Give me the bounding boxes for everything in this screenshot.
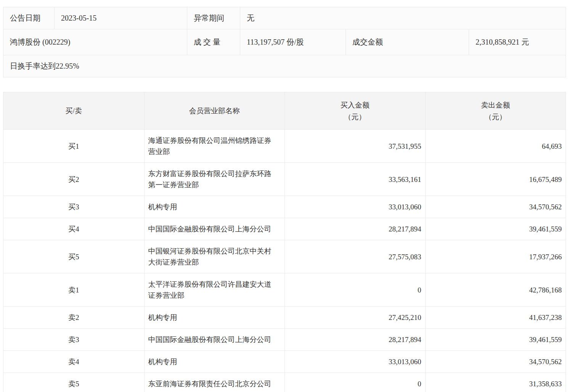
header-line: 买/卖 bbox=[66, 105, 82, 117]
side-cell: 卖5 bbox=[3, 373, 144, 392]
table-row: 卖1太平洋证券股份有限公司许昌建安大道证券营业部042,786,168 bbox=[3, 273, 566, 306]
broker-name-cell: 中国国际金融股份有限公司上海分公司 bbox=[144, 218, 285, 240]
table-row: 买2东方财富证券股份有限公司拉萨东环路第一证券营业部33,563,16116,6… bbox=[3, 162, 566, 196]
buy-amount-cell: 0 bbox=[284, 273, 425, 306]
column-header-sell-amount: 卖出金额（元） bbox=[425, 92, 566, 129]
buy-amount-cell: 33,563,161 bbox=[284, 163, 425, 196]
broker-name-cell: 海通证券股份有限公司温州锦绣路证券营业部 bbox=[144, 130, 285, 162]
volume-label: 成 交 量 bbox=[187, 29, 240, 55]
volume-value: 113,197,507 份/股 bbox=[240, 29, 346, 55]
side-cell: 买4 bbox=[3, 218, 144, 240]
table-row: 卖4机构专用33,013,06034,570,562 bbox=[3, 350, 566, 373]
page: 公告日期 2023-05-15 异常期间 无 鸿博股份 (002229) 成 交… bbox=[0, 0, 569, 392]
buy-amount-cell: 37,531,955 bbox=[284, 130, 425, 162]
side-cell: 买3 bbox=[3, 196, 144, 218]
broker-name-cell: 机构专用 bbox=[144, 307, 285, 328]
side-cell: 卖1 bbox=[3, 273, 144, 306]
sell-amount-cell: 64,693 bbox=[425, 130, 566, 162]
table-row: 卖5东亚前海证券有限责任公司北京分公司031,358,633 bbox=[3, 373, 566, 392]
broker-name-cell: 中国银河证券股份有限公司北京中关村大街证券营业部 bbox=[144, 240, 285, 273]
column-header-buy-amount: 买入金额（元） bbox=[284, 92, 425, 129]
broker-table-header: 买/卖会员营业部名称买入金额（元）卖出金额（元） bbox=[3, 92, 566, 129]
side-cell: 买2 bbox=[3, 163, 144, 196]
broker-name-cell: 中国国际金融股份有限公司上海分公司 bbox=[144, 329, 285, 350]
column-header-side: 买/卖 bbox=[3, 92, 144, 129]
side-cell: 买1 bbox=[3, 130, 144, 162]
summary-row-3: 日换手率达到22.95% bbox=[3, 55, 566, 77]
sell-amount-cell: 42,786,168 bbox=[425, 273, 566, 306]
turnover-label: 成交金额 bbox=[346, 29, 469, 55]
buy-amount-cell: 0 bbox=[284, 373, 425, 392]
header-line: 卖出金额 bbox=[481, 99, 510, 111]
broker-table-body: 买1海通证券股份有限公司温州锦绣路证券营业部37,531,95564,693买2… bbox=[3, 129, 566, 392]
broker-name-cell: 太平洋证券股份有限公司许昌建安大道证券营业部 bbox=[144, 273, 285, 306]
sell-amount-cell: 34,570,562 bbox=[425, 196, 566, 218]
summary-row-2: 鸿博股份 (002229) 成 交 量 113,197,507 份/股 成交金额… bbox=[3, 29, 566, 55]
header-line: 买入金额 bbox=[341, 99, 370, 111]
buy-amount-cell: 27,575,083 bbox=[284, 240, 425, 273]
table-row: 卖2机构专用27,425,21041,637,238 bbox=[3, 306, 566, 328]
announce-date-value: 2023-05-15 bbox=[54, 7, 187, 29]
table-row: 买5中国银河证券股份有限公司北京中关村大街证券营业部27,575,08317,9… bbox=[3, 240, 566, 273]
side-cell: 卖2 bbox=[3, 307, 144, 328]
stock-name: 鸿博股份 (002229) bbox=[3, 29, 187, 55]
turnover-value: 2,310,858,921 元 bbox=[469, 29, 566, 55]
buy-amount-cell: 33,013,060 bbox=[284, 351, 425, 373]
side-cell: 卖4 bbox=[3, 351, 144, 373]
table-row: 卖3中国国际金融股份有限公司上海分公司28,217,89439,461,559 bbox=[3, 328, 566, 350]
turnover-rate-note: 日换手率达到22.95% bbox=[3, 55, 566, 77]
sell-amount-cell: 39,461,559 bbox=[425, 218, 566, 240]
sell-amount-cell: 17,937,266 bbox=[425, 240, 566, 273]
table-row: 买1海通证券股份有限公司温州锦绣路证券营业部37,531,95564,693 bbox=[3, 129, 566, 162]
buy-amount-cell: 28,217,894 bbox=[284, 329, 425, 350]
table-row: 买3机构专用33,013,06034,570,562 bbox=[3, 196, 566, 218]
column-header-broker-name: 会员营业部名称 bbox=[144, 92, 285, 129]
sell-amount-cell: 34,570,562 bbox=[425, 351, 566, 373]
sell-amount-cell: 41,637,238 bbox=[425, 307, 566, 328]
broker-name-cell: 东亚前海证券有限责任公司北京分公司 bbox=[144, 373, 285, 392]
summary-row-1: 公告日期 2023-05-15 异常期间 无 bbox=[3, 7, 566, 29]
announce-date-label: 公告日期 bbox=[3, 7, 54, 29]
abnormal-period-value: 无 bbox=[240, 7, 566, 29]
header-line: 会员营业部名称 bbox=[189, 105, 240, 117]
sell-amount-cell: 16,675,489 bbox=[425, 163, 566, 196]
broker-name-cell: 机构专用 bbox=[144, 351, 285, 373]
side-cell: 卖3 bbox=[3, 329, 144, 350]
buy-amount-cell: 33,013,060 bbox=[284, 196, 425, 218]
side-cell: 买5 bbox=[3, 240, 144, 273]
broker-table: 买/卖会员营业部名称买入金额（元）卖出金额（元） 买1海通证券股份有限公司温州锦… bbox=[3, 92, 566, 392]
table-row: 买4中国国际金融股份有限公司上海分公司28,217,89439,461,559 bbox=[3, 218, 566, 240]
sell-amount-cell: 39,461,559 bbox=[425, 329, 566, 350]
broker-name-cell: 东方财富证券股份有限公司拉萨东环路第一证券营业部 bbox=[144, 163, 285, 196]
buy-amount-cell: 27,425,210 bbox=[284, 307, 425, 328]
header-unit: （元） bbox=[485, 111, 506, 123]
summary-table: 公告日期 2023-05-15 异常期间 无 鸿博股份 (002229) 成 交… bbox=[3, 7, 566, 77]
broker-name-cell: 机构专用 bbox=[144, 196, 285, 218]
abnormal-period-label: 异常期间 bbox=[187, 7, 240, 29]
sell-amount-cell: 31,358,633 bbox=[425, 373, 566, 392]
buy-amount-cell: 28,217,894 bbox=[284, 218, 425, 240]
header-unit: （元） bbox=[344, 111, 366, 123]
